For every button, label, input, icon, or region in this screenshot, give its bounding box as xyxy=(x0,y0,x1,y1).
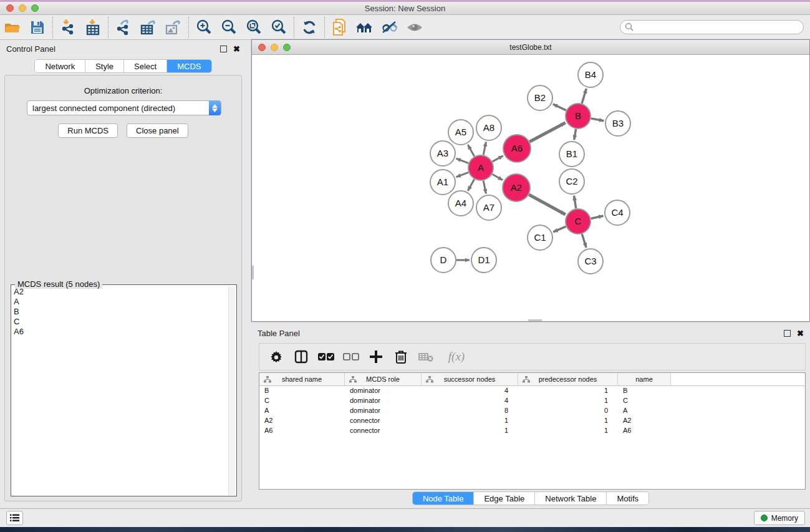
horizontal-scroll-indicator[interactable] xyxy=(528,319,542,321)
add-column-button[interactable] xyxy=(365,346,387,367)
export-network-button[interactable] xyxy=(111,17,136,38)
select-all-button[interactable] xyxy=(316,346,337,367)
table-cell[interactable]: dominator xyxy=(345,406,422,416)
node-A4[interactable]: A4 xyxy=(448,191,473,216)
mcds-result-item[interactable]: A2 xyxy=(11,287,228,297)
column-header-successor-nodes[interactable]: successor nodes xyxy=(422,373,518,385)
delete-table-button[interactable] xyxy=(415,346,436,367)
float-panel-icon[interactable] xyxy=(220,46,227,52)
mcds-result-scrollbar[interactable] xyxy=(228,287,235,495)
edge-A-A5[interactable] xyxy=(468,145,474,157)
home-button[interactable] xyxy=(352,17,377,38)
mcds-result-item[interactable]: B xyxy=(11,307,228,317)
table-cell[interactable]: A2 xyxy=(618,416,671,426)
edge-A-A2[interactable] xyxy=(492,174,503,180)
table-cell[interactable]: 1 xyxy=(518,386,618,396)
node-B2[interactable]: B2 xyxy=(528,85,552,110)
deselect-all-button[interactable] xyxy=(340,346,362,367)
task-history-button[interactable] xyxy=(6,511,23,525)
node-A[interactable]: A xyxy=(468,155,493,180)
table-cell[interactable]: 1 xyxy=(518,396,618,406)
import-network-button[interactable] xyxy=(55,17,80,38)
edge-A-A3[interactable] xyxy=(456,158,469,163)
export-image-button[interactable] xyxy=(161,17,186,38)
edge-B-B3[interactable] xyxy=(591,118,604,121)
table-cell[interactable]: dominator xyxy=(345,396,422,406)
edge-A-A4[interactable] xyxy=(468,179,474,191)
table-cell[interactable]: 8 xyxy=(422,406,518,416)
mcds-result-item[interactable]: C xyxy=(11,317,228,327)
table-cell[interactable]: 1 xyxy=(422,416,518,426)
table-cell[interactable]: connector xyxy=(345,426,422,436)
control-tab-select[interactable]: Select xyxy=(124,60,167,72)
node-B4[interactable]: B4 xyxy=(578,62,603,87)
edge-A-A8[interactable] xyxy=(483,142,486,155)
table-cell[interactable]: 4 xyxy=(422,396,518,406)
column-header-MCDS-role[interactable]: MCDS role xyxy=(345,373,422,385)
session-details-button[interactable] xyxy=(327,17,352,38)
table-cell[interactable]: 4 xyxy=(422,386,518,396)
control-tab-network[interactable]: Network xyxy=(35,60,85,72)
node-A2[interactable]: A2 xyxy=(503,174,530,201)
float-table-panel-icon[interactable] xyxy=(784,330,791,337)
table-tab-motifs[interactable]: Motifs xyxy=(607,492,648,505)
table-cell[interactable]: C xyxy=(618,396,671,406)
edge-A-A1[interactable] xyxy=(456,172,469,177)
node-C4[interactable]: C4 xyxy=(605,200,630,225)
zoom-fit-button[interactable] xyxy=(241,17,266,38)
criterion-select[interactable]: largest connected component (directed) xyxy=(27,100,221,115)
node-C1[interactable]: C1 xyxy=(528,225,552,250)
node-B1[interactable]: B1 xyxy=(559,142,584,167)
table-tab-edge-table[interactable]: Edge Table xyxy=(474,492,535,505)
node-C[interactable]: C xyxy=(566,209,591,234)
table-cell[interactable]: 1 xyxy=(422,426,518,436)
zoom-in-button[interactable] xyxy=(191,17,216,38)
edge-A2-C[interactable] xyxy=(529,195,566,215)
show-eye-button[interactable] xyxy=(402,17,427,38)
network-canvas[interactable]: B4B2BB3A8A5A6A3B1AA1C2A2A4A7C4CC1C3DD1 xyxy=(252,55,809,321)
mcds-result-item[interactable]: A xyxy=(11,297,228,307)
node-B3[interactable]: B3 xyxy=(605,111,630,136)
table-tab-node-table[interactable]: Node Table xyxy=(413,492,475,505)
table-cell[interactable]: 1 xyxy=(518,416,618,426)
table-cell[interactable]: A6 xyxy=(618,426,671,436)
edge-C-C1[interactable] xyxy=(553,226,566,232)
edge-A-A6[interactable] xyxy=(493,156,503,162)
table-row[interactable]: Adominator80A xyxy=(259,406,805,416)
edge-C-C2[interactable] xyxy=(574,196,576,209)
node-B[interactable]: B xyxy=(566,104,591,128)
table-cell[interactable]: 1 xyxy=(518,426,618,436)
table-row[interactable]: A6connector11A6 xyxy=(259,426,805,436)
table-cell[interactable]: A6 xyxy=(259,426,345,436)
close-panel-icon[interactable]: ✖ xyxy=(233,46,240,52)
mcds-result-item[interactable]: A6 xyxy=(11,327,228,337)
node-A5[interactable]: A5 xyxy=(448,120,473,145)
memory-button[interactable]: Memory xyxy=(754,511,805,525)
table-cell[interactable]: dominator xyxy=(345,386,422,396)
close-table-panel-icon[interactable]: ✖ xyxy=(797,330,804,337)
function-builder-button[interactable]: f(x) xyxy=(440,346,473,367)
zoom-selected-button[interactable] xyxy=(266,17,291,38)
edge-A-A7[interactable] xyxy=(483,181,486,194)
table-cell[interactable]: A xyxy=(618,406,671,416)
table-cell[interactable]: B xyxy=(618,386,671,396)
export-table-button[interactable] xyxy=(136,17,161,38)
import-table-button[interactable] xyxy=(80,17,105,38)
column-view-button[interactable] xyxy=(291,346,312,367)
mcds-result-list[interactable]: A2ABCA6 xyxy=(11,287,228,495)
node-A7[interactable]: A7 xyxy=(476,195,501,220)
column-header-predecessor-nodes[interactable]: predecessor nodes xyxy=(518,373,618,385)
open-session-button[interactable] xyxy=(0,17,25,38)
run-mcds-button[interactable]: Run MCDS xyxy=(58,123,118,138)
node-C3[interactable]: C3 xyxy=(578,249,603,274)
edge-A6-B[interactable] xyxy=(529,123,565,142)
zoom-out-button[interactable] xyxy=(216,17,241,38)
node-A8[interactable]: A8 xyxy=(476,115,501,140)
apply-layout-button[interactable] xyxy=(297,17,322,38)
network-graph[interactable]: B4B2BB3A8A5A6A3B1AA1C2A2A4A7C4CC1C3DD1 xyxy=(252,55,809,321)
column-header-name[interactable]: name xyxy=(618,373,671,385)
edge-B-B2[interactable] xyxy=(553,104,566,110)
search-input[interactable] xyxy=(620,20,804,34)
node-table[interactable]: shared nameMCDS rolesuccessor nodesprede… xyxy=(259,372,806,490)
close-panel-button[interactable]: Close panel xyxy=(127,123,188,138)
